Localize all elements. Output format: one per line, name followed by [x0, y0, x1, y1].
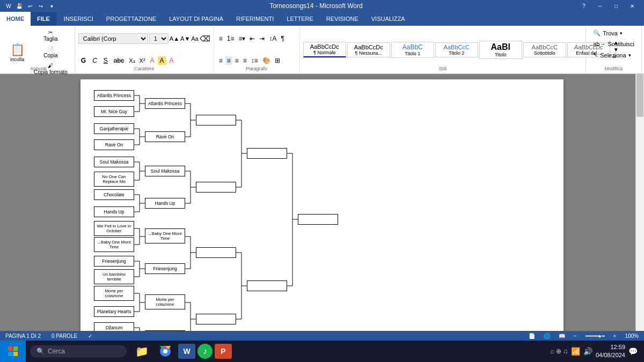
- volume-icon[interactable]: 🔊: [583, 347, 592, 356]
- font-size-selector[interactable]: 11: [149, 33, 169, 44]
- title-bar: W 💾 ↩ ↪ ▾ Torneosongs14 - Microsoft Word…: [0, 0, 644, 12]
- taskbar-search-box[interactable]: 🔍 Cerca: [30, 345, 127, 357]
- underline-button[interactable]: S: [101, 56, 111, 65]
- subscript-button[interactable]: X₂: [127, 57, 136, 65]
- align-right-button[interactable]: ≡: [233, 56, 240, 65]
- tab-riferimenti[interactable]: RIFERIMENTI: [230, 12, 280, 26]
- close-button[interactable]: ✕: [625, 1, 640, 11]
- status-bar: PAGINA 1 DI 2 0 PAROLE ✓ 📄 🌐 📖 − ━━━━●━ …: [0, 331, 644, 341]
- taglia-button[interactable]: ✂ Taglia: [30, 28, 71, 43]
- document-area: Atlantis Princess Mr. Nice Guy Ganjather…: [0, 74, 644, 331]
- style-normale[interactable]: AaBbCcDc ¶ Normale: [303, 42, 346, 57]
- view-print[interactable]: 📄: [529, 333, 535, 339]
- sostituisci-button[interactable]: ab→Sostituisci: [589, 39, 638, 49]
- group-paragrafo: ≡ 1≡ ≡▾ ⇤ ⇥ ↕A ¶ ≡ ≡ ≡ ≡ ↕≡ 🎨 ⊞ Paragraf…: [214, 27, 300, 72]
- increase-font-button[interactable]: A▲: [170, 35, 179, 42]
- r2-atlantis: Atlantis Princess: [145, 98, 185, 109]
- bold-button[interactable]: G: [78, 56, 89, 65]
- group-carattere-label: Carattere: [75, 66, 214, 71]
- taskbar-powerpoint[interactable]: P: [215, 344, 232, 359]
- font-color-button[interactable]: A: [148, 56, 157, 65]
- taskbar-fileexplorer[interactable]: 📁: [131, 341, 152, 362]
- style-titolo1[interactable]: AaBbC Titolo 1: [391, 42, 434, 58]
- taskbar-chrome[interactable]: [155, 341, 176, 362]
- svg-rect-60: [8, 346, 12, 351]
- numbering-button[interactable]: 1≡: [225, 34, 236, 43]
- page-info: PAGINA 1 DI 2: [5, 333, 41, 339]
- word-count: 0 PAROLE: [52, 333, 77, 339]
- carattere-row1: Calibri (Corp 11 A▲ A▼ Aa ⌫: [78, 28, 210, 49]
- strikethrough-button[interactable]: abc: [112, 56, 126, 65]
- undo-icon[interactable]: ↩: [26, 2, 34, 10]
- taskbar: 🔍 Cerca 📁 W ♪ P ⌂ ⊕ ♫ 📶 🔊 12:59 04/08/20…: [0, 341, 644, 362]
- tab-visualizza[interactable]: VISUALIZZA: [365, 12, 412, 26]
- style-sottotitolo[interactable]: AaBbCcC Sottotitolo: [523, 42, 566, 57]
- start-button[interactable]: [0, 341, 26, 362]
- network-icon[interactable]: 📶: [571, 347, 580, 356]
- style-nessuna[interactable]: AaBbCcDc ¶ Nessuna...: [347, 42, 390, 57]
- taskbar-spotify[interactable]: ♪: [197, 344, 213, 359]
- decrease-font-button[interactable]: A▼: [180, 35, 190, 42]
- taskbar-apps: 📁 W ♪ P: [131, 341, 232, 362]
- restore-button[interactable]: □: [609, 1, 624, 11]
- view-web[interactable]: 🌐: [544, 333, 550, 339]
- view-read[interactable]: 📖: [559, 333, 565, 339]
- taskbar-word[interactable]: W: [178, 344, 195, 359]
- tab-lettere[interactable]: LETTERE: [280, 12, 320, 26]
- highlight-button[interactable]: A: [158, 56, 166, 65]
- vertical-scrollbar[interactable]: [635, 74, 644, 331]
- tab-inserisci[interactable]: INSERISCI: [57, 12, 100, 26]
- customize-icon[interactable]: ▾: [47, 2, 56, 10]
- window-controls: ? ─ □ ✕: [576, 1, 640, 11]
- r5-final: [298, 214, 338, 225]
- shading-button[interactable]: A: [167, 56, 176, 65]
- tab-layout[interactable]: LAYOUT DI PAGINA: [163, 12, 230, 26]
- line-spacing-button[interactable]: ↕≡: [250, 56, 260, 65]
- notification-icon[interactable]: 💬: [628, 347, 638, 356]
- scrollbar-thumb[interactable]: [636, 74, 643, 117]
- save-icon[interactable]: 💾: [15, 2, 24, 10]
- stili-items: AaBbCcDc ¶ Normale AaBbCcDc ¶ Nessuna...…: [303, 28, 582, 71]
- multilevel-button[interactable]: ≡▾: [237, 34, 247, 43]
- shading-para-button[interactable]: 🎨: [261, 56, 272, 65]
- sort-button[interactable]: ↕A: [267, 34, 278, 43]
- proof-icon: ✓: [88, 333, 92, 339]
- show-hide-button[interactable]: ¶: [279, 34, 286, 43]
- tab-home[interactable]: HOME: [0, 12, 31, 26]
- clock[interactable]: 12:59 04/08/2024: [596, 343, 625, 360]
- tab-revisione[interactable]: REVISIONE: [320, 12, 365, 26]
- incolla-button[interactable]: 📋 Incolla: [5, 36, 29, 69]
- seleziona-button[interactable]: ↖Seleziona ▾: [589, 50, 634, 60]
- redo-icon[interactable]: ↪: [36, 2, 45, 10]
- italic-button[interactable]: C: [90, 56, 100, 65]
- help-button[interactable]: ?: [576, 1, 591, 11]
- tab-file[interactable]: FILE: [31, 12, 56, 26]
- group-stili: AaBbCcDc ¶ Normale AaBbCcDc ¶ Nessuna...…: [300, 27, 586, 72]
- zoom-slider[interactable]: ━━━━●━: [586, 333, 605, 339]
- style-titolo[interactable]: AaBl Titolo: [479, 41, 522, 59]
- trova-button[interactable]: 🔍Trova ▾: [589, 28, 626, 38]
- zoom-in-button[interactable]: +: [613, 333, 617, 339]
- tab-progettazione[interactable]: PROGETTAZIONE: [100, 12, 163, 26]
- r3-box4: [196, 314, 236, 324]
- copia-button[interactable]: 📄 Copia: [30, 45, 71, 60]
- date-display: 04/08/2024: [596, 351, 625, 359]
- zoom-out-button[interactable]: −: [574, 333, 577, 339]
- r4-box2: [247, 280, 287, 291]
- align-left-button[interactable]: ≡: [217, 56, 224, 65]
- title-bar-icons: W 💾 ↩ ↪ ▾: [4, 2, 56, 10]
- modifica-items: 🔍Trova ▾ ab→Sostituisci ↖Seleziona ▾: [589, 28, 638, 71]
- case-button[interactable]: Aa: [191, 35, 198, 42]
- align-center-button[interactable]: ≡: [225, 56, 232, 65]
- style-titolo2[interactable]: AaBbCcC Titolo 2: [435, 42, 478, 57]
- superscript-button[interactable]: X²: [138, 57, 147, 64]
- ribbon: HOME FILE INSERISCI PROGETTAZIONE LAYOUT…: [0, 12, 644, 74]
- bullets-button[interactable]: ≡: [217, 34, 224, 43]
- justify-button[interactable]: ≡: [241, 56, 248, 65]
- font-selector[interactable]: Calibri (Corp: [78, 33, 148, 44]
- decrease-indent-button[interactable]: ⇤: [248, 34, 257, 43]
- minimize-button[interactable]: ─: [592, 1, 608, 11]
- borders-button[interactable]: ⊞: [273, 56, 282, 65]
- increase-indent-button[interactable]: ⇥: [258, 34, 266, 43]
- clear-format-button[interactable]: ⌫: [200, 34, 210, 43]
